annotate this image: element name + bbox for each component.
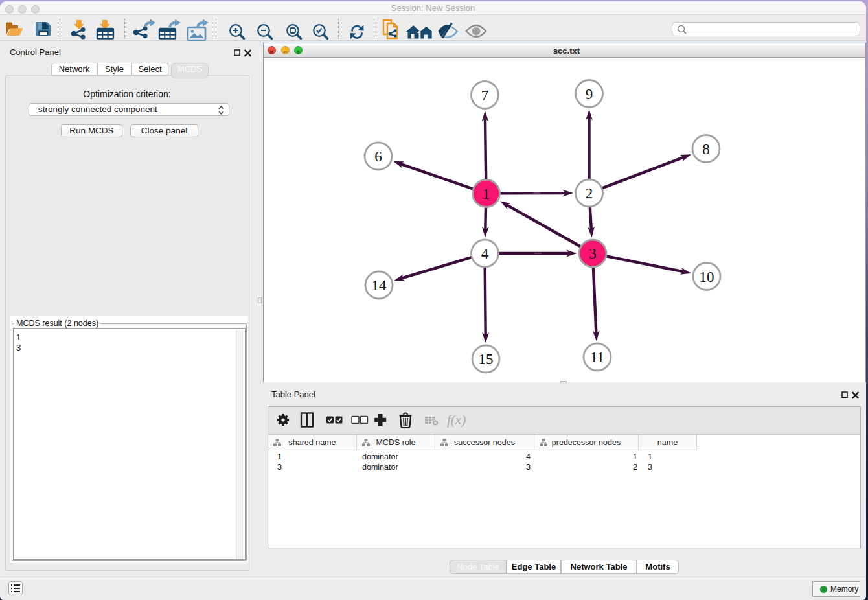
- svg-text:2: 2: [586, 185, 593, 202]
- svg-text:f(x): f(x): [447, 412, 466, 428]
- svg-text:15: 15: [479, 351, 494, 367]
- svg-text:4: 4: [481, 246, 489, 262]
- svg-text:6: 6: [374, 148, 382, 165]
- svg-text:3: 3: [589, 246, 597, 262]
- svg-text:10: 10: [700, 269, 714, 285]
- svg-text:7: 7: [481, 87, 489, 104]
- svg-text:14: 14: [372, 277, 387, 294]
- svg-text:8: 8: [702, 141, 710, 157]
- svg-text:1: 1: [483, 186, 490, 202]
- svg-text:11: 11: [590, 349, 604, 365]
- svg-text:9: 9: [586, 86, 593, 102]
